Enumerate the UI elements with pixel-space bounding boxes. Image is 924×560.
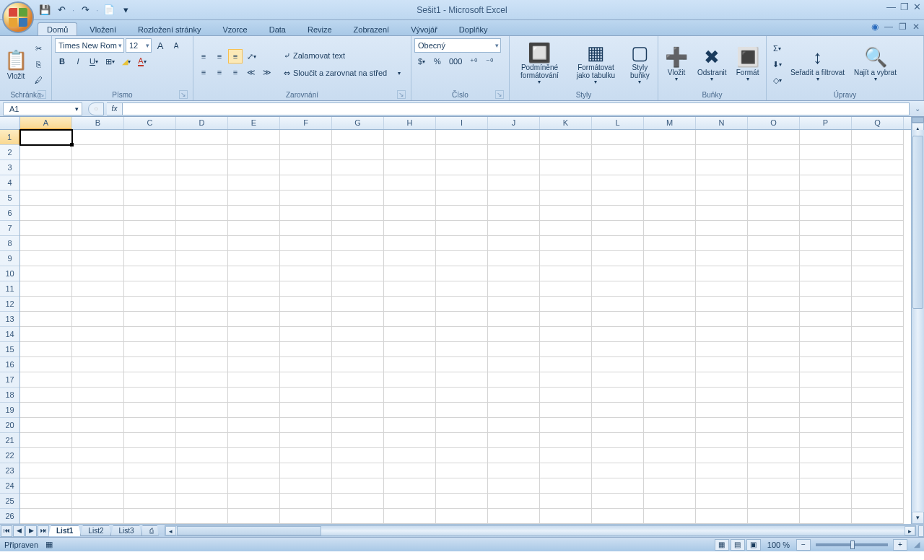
cell-I11[interactable] [436, 281, 488, 297]
cell-K20[interactable] [540, 418, 592, 433]
cell-styles-button[interactable]: ▢Styly buňky▾ [625, 40, 655, 88]
cell-Q9[interactable] [852, 251, 904, 266]
cell-H9[interactable] [384, 251, 436, 266]
row-header-18[interactable]: 18 [0, 388, 19, 403]
cell-I7[interactable] [436, 221, 488, 236]
cell-J5[interactable] [488, 191, 540, 206]
cell-P14[interactable] [800, 327, 852, 342]
cell-G3[interactable] [332, 160, 384, 175]
cell-J16[interactable] [488, 357, 540, 372]
cell-K23[interactable] [540, 463, 592, 478]
cell-I26[interactable] [436, 509, 488, 524]
scroll-down-button[interactable]: ▾ [912, 512, 924, 524]
cell-N24[interactable] [696, 478, 748, 494]
cell-N15[interactable] [696, 342, 748, 357]
fill-color-button[interactable]: ◢▾ [119, 54, 134, 69]
cell-B7[interactable] [72, 221, 124, 236]
cell-Q20[interactable] [852, 418, 904, 433]
cell-B8[interactable] [72, 236, 124, 251]
cell-M9[interactable] [644, 251, 696, 266]
cell-Q26[interactable] [852, 509, 904, 524]
row-header-23[interactable]: 23 [0, 463, 19, 478]
orientation-button[interactable]: ⤢▾ [244, 49, 259, 64]
cell-M6[interactable] [644, 206, 696, 221]
cell-F22[interactable] [280, 448, 332, 463]
cell-N7[interactable] [696, 221, 748, 236]
restore-button[interactable]: ❐ [900, 1, 909, 12]
cell-M20[interactable] [644, 418, 696, 433]
cell-L25[interactable] [592, 494, 644, 509]
cell-L11[interactable] [592, 281, 644, 297]
cell-C10[interactable] [124, 266, 176, 281]
cell-O23[interactable] [748, 463, 800, 478]
cell-D3[interactable] [176, 160, 228, 175]
cell-C19[interactable] [124, 403, 176, 418]
cell-C12[interactable] [124, 297, 176, 312]
view-normal-button[interactable]: ▦ [715, 539, 729, 551]
column-header-J[interactable]: J [488, 117, 540, 129]
cell-N22[interactable] [696, 448, 748, 463]
cell-O2[interactable] [748, 145, 800, 160]
cell-D4[interactable] [176, 175, 228, 191]
cell-C8[interactable] [124, 236, 176, 251]
cell-K3[interactable] [540, 160, 592, 175]
cell-F9[interactable] [280, 251, 332, 266]
shrink-font-button[interactable]: A [169, 38, 183, 53]
cell-I13[interactable] [436, 312, 488, 327]
zoom-out-button[interactable]: − [796, 539, 811, 551]
cell-F8[interactable] [280, 236, 332, 251]
decrease-decimal-button[interactable]: ⁻⁰ [482, 54, 497, 69]
cell-P26[interactable] [800, 509, 852, 524]
cell-E3[interactable] [228, 160, 280, 175]
cell-L10[interactable] [592, 266, 644, 281]
sheet-tab-list1[interactable]: List1 [48, 525, 81, 536]
row-header-4[interactable]: 4 [0, 175, 19, 191]
cell-H10[interactable] [384, 266, 436, 281]
cell-M4[interactable] [644, 175, 696, 191]
cell-H24[interactable] [384, 478, 436, 494]
font-family-combo[interactable]: Times New Rom▾ [55, 38, 124, 53]
cell-A26[interactable] [20, 509, 72, 524]
cell-M17[interactable] [644, 372, 696, 388]
cell-L17[interactable] [592, 372, 644, 388]
cell-H13[interactable] [384, 312, 436, 327]
cell-J24[interactable] [488, 478, 540, 494]
increase-decimal-button[interactable]: ⁺⁰ [466, 54, 481, 69]
cell-C7[interactable] [124, 221, 176, 236]
bold-button[interactable]: B [55, 54, 69, 69]
cell-J10[interactable] [488, 266, 540, 281]
font-launcher[interactable]: ↘ [179, 90, 188, 99]
format-cells-button[interactable]: 🔳Formát▾ [733, 40, 763, 88]
row-header-16[interactable]: 16 [0, 357, 19, 372]
tab-zobrazeni[interactable]: Zobrazení [344, 22, 399, 35]
cell-N2[interactable] [696, 145, 748, 160]
cell-P15[interactable] [800, 342, 852, 357]
cell-O13[interactable] [748, 312, 800, 327]
cell-N6[interactable] [696, 206, 748, 221]
qat-undo-button[interactable]: ↶ [54, 3, 69, 17]
cell-O3[interactable] [748, 160, 800, 175]
cell-B23[interactable] [72, 463, 124, 478]
cell-N17[interactable] [696, 372, 748, 388]
cell-G11[interactable] [332, 281, 384, 297]
zoom-slider[interactable] [816, 543, 888, 546]
cell-L3[interactable] [592, 160, 644, 175]
minimize-button[interactable]: — [886, 1, 896, 12]
cell-M10[interactable] [644, 266, 696, 281]
cell-H23[interactable] [384, 463, 436, 478]
cell-P17[interactable] [800, 372, 852, 388]
currency-button[interactable]: $▾ [414, 54, 429, 69]
paste-button[interactable]: 📋 Vložit [3, 40, 29, 88]
cell-N12[interactable] [696, 297, 748, 312]
cell-K11[interactable] [540, 281, 592, 297]
cell-A20[interactable] [20, 418, 72, 433]
cell-E7[interactable] [228, 221, 280, 236]
cell-J7[interactable] [488, 221, 540, 236]
cell-L7[interactable] [592, 221, 644, 236]
cell-L6[interactable] [592, 206, 644, 221]
cell-Q6[interactable] [852, 206, 904, 221]
tab-vlozeni[interactable]: Vložení [80, 22, 126, 35]
cell-N20[interactable] [696, 418, 748, 433]
cell-D25[interactable] [176, 494, 228, 509]
borders-button[interactable]: ⊞▾ [103, 54, 118, 69]
